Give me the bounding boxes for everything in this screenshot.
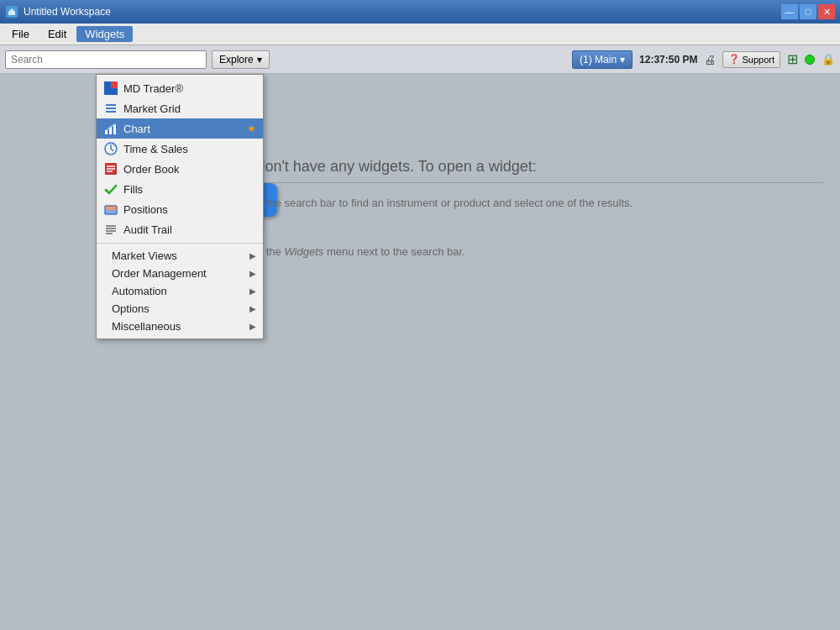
positions-icon (103, 202, 118, 217)
toolbar: Explore ▾ (1) Main ▾ 12:37:50 PM 🖨 ❓ Sup… (0, 45, 840, 74)
app-icon (5, 5, 18, 18)
options-arrow-icon: ▶ (249, 304, 256, 313)
menu-item-order-management[interactable]: Order Management ▶ (97, 265, 263, 282)
svg-rect-17 (105, 206, 117, 210)
support-label: Support (742, 55, 774, 65)
menu-item-options[interactable]: Options ▶ (97, 300, 263, 318)
chart-icon (103, 121, 118, 136)
miscellaneous-label: Miscellaneous (112, 320, 244, 333)
excel-icon[interactable]: ⊞ (787, 51, 798, 67)
market-views-arrow-icon: ▶ (249, 251, 256, 260)
fills-icon (103, 181, 118, 197)
options-label: Options (112, 302, 244, 315)
tip2-end: menu next to the search bar. (323, 245, 465, 258)
no-widgets-tips: Use the search bar to find an instrument… (227, 193, 823, 213)
order-management-label: Order Management (112, 267, 244, 280)
question-icon: ❓ (728, 54, 740, 65)
menu-item-time-sales[interactable]: Time & Sales (97, 139, 263, 159)
menu-file[interactable]: File (3, 26, 38, 42)
order-book-icon (103, 161, 118, 176)
tip-1: Use the search bar to find an instrument… (244, 193, 823, 213)
dropdown-sub-section: Market Views ▶ Order Management ▶ Automa… (97, 244, 263, 339)
md-trader-icon (103, 81, 118, 96)
order-management-arrow-icon: ▶ (249, 269, 256, 278)
time-sales-icon (103, 141, 118, 156)
order-book-label: Order Book (123, 163, 256, 176)
md-trader-label: MD Trader® (123, 82, 256, 95)
menu-bar: File Edit Widgets (0, 24, 840, 45)
svg-rect-18 (105, 210, 117, 214)
tip-2: Use the Widgets menu next to the search … (244, 242, 823, 261)
widgets-dropdown: MD Trader® Market Grid (96, 74, 264, 339)
title-bar-left: Untitled Workspace (5, 5, 111, 18)
menu-item-market-grid[interactable]: Market Grid (97, 98, 263, 118)
title-bar: Untitled Workspace — □ ✕ (0, 0, 840, 24)
workspace-arrow-icon: ▾ (620, 54, 625, 66)
minimize-button[interactable]: — (781, 4, 798, 19)
menu-widgets[interactable]: Widgets (76, 26, 133, 42)
connection-status-icon (805, 55, 815, 65)
time-sales-label: Time & Sales (123, 143, 256, 155)
menu-edit[interactable]: Edit (39, 26, 75, 42)
toolbar-right: (1) Main ▾ 12:37:50 PM 🖨 ❓ Support ⊞ 🔒 (572, 50, 835, 69)
svg-rect-3 (111, 81, 118, 88)
automation-arrow-icon: ▶ (249, 286, 256, 296)
search-input[interactable] (5, 50, 207, 69)
fills-label: Fills (123, 183, 256, 196)
or-divider: —OR— (227, 221, 823, 234)
svg-rect-8 (105, 130, 108, 134)
menu-item-automation[interactable]: Automation ▶ (97, 282, 263, 300)
chart-star-icon: ★ (247, 123, 256, 134)
no-widgets-title: You don't have any widgets. To open a wi… (227, 158, 823, 183)
menu-item-chart[interactable]: Chart ★ (97, 118, 263, 139)
explore-label: Explore (219, 54, 254, 66)
svg-rect-10 (113, 124, 116, 134)
lock-icon: 🔒 (822, 53, 835, 66)
positions-label: Positions (123, 203, 256, 216)
menu-item-fills[interactable]: Fills (97, 179, 263, 199)
workspace-label: (1) Main (580, 54, 617, 66)
audit-trail-icon (103, 222, 118, 237)
dropdown-top-section: MD Trader® Market Grid (97, 75, 263, 244)
menu-item-positions[interactable]: Positions (97, 199, 263, 219)
menu-item-audit-trail[interactable]: Audit Trail (97, 219, 263, 239)
svg-rect-4 (111, 88, 118, 95)
time-display: 12:37:50 PM (639, 54, 697, 66)
maximize-button[interactable]: □ (800, 4, 816, 19)
menu-item-miscellaneous[interactable]: Miscellaneous ▶ (97, 318, 263, 335)
svg-rect-2 (104, 81, 111, 95)
miscellaneous-arrow-icon: ▶ (249, 322, 256, 331)
tip2-italic: Widgets (284, 245, 323, 258)
title-text: Untitled Workspace (24, 6, 111, 18)
automation-label: Automation (112, 285, 244, 297)
main-content: MD Trader® Market Grid (0, 74, 840, 630)
market-grid-label: Market Grid (123, 102, 256, 115)
printer-icon[interactable]: 🖨 (704, 53, 716, 66)
no-widgets-tip2: Use the Widgets menu next to the search … (227, 242, 823, 261)
support-button[interactable]: ❓ Support (722, 51, 780, 68)
explore-arrow-icon: ▾ (257, 54, 262, 66)
market-grid-icon (103, 101, 118, 116)
close-button[interactable]: ✕ (818, 4, 835, 19)
audit-trail-label: Audit Trail (123, 223, 256, 236)
menu-item-order-book[interactable]: Order Book (97, 159, 263, 179)
explore-button[interactable]: Explore ▾ (212, 50, 270, 69)
title-bar-controls: — □ ✕ (781, 4, 835, 19)
chart-label: Chart (123, 123, 242, 135)
workspace-selector[interactable]: (1) Main ▾ (572, 50, 633, 69)
menu-item-market-views[interactable]: Market Views ▶ (97, 247, 263, 265)
market-views-label: Market Views (112, 249, 244, 262)
menu-item-md-trader[interactable]: MD Trader® (97, 78, 263, 98)
no-widgets-panel: You don't have any widgets. To open a wi… (227, 158, 823, 262)
